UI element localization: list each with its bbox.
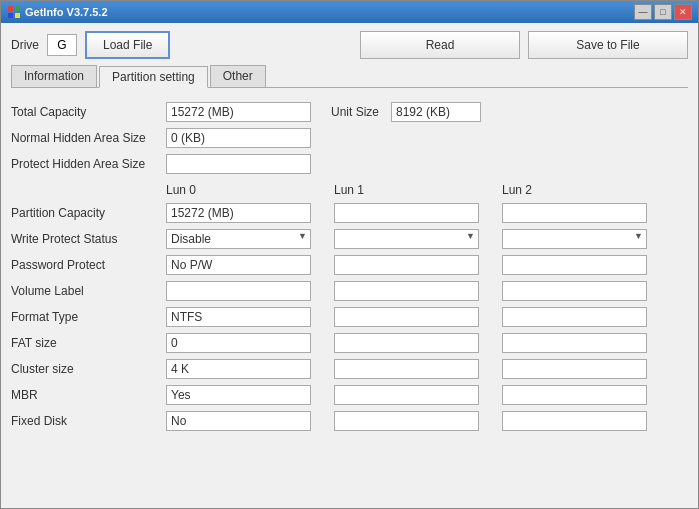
svg-rect-3 <box>15 13 20 18</box>
lun-area: Partition Capacity Write Protect Status … <box>11 180 688 434</box>
tab-partition-setting[interactable]: Partition setting <box>99 66 208 88</box>
lun1-format-type-input[interactable] <box>334 307 479 327</box>
svg-rect-2 <box>8 13 13 18</box>
lun0-partition-capacity <box>166 200 334 226</box>
save-to-file-button[interactable]: Save to File <box>528 31 688 59</box>
label-column: Partition Capacity Write Protect Status … <box>11 180 166 434</box>
lun2-column: Lun 2 Disable Enable ▼ <box>502 180 670 434</box>
lun0-fixed-disk <box>166 408 334 434</box>
lun0-partition-capacity-input[interactable] <box>166 203 311 223</box>
total-capacity-label: Total Capacity <box>11 105 166 119</box>
lun2-write-protect-select[interactable]: Disable Enable <box>502 229 647 249</box>
lun1-fixed-disk-input[interactable] <box>334 411 479 431</box>
maximize-button[interactable]: □ <box>654 4 672 20</box>
read-button[interactable]: Read <box>360 31 520 59</box>
lun0-fat-size <box>166 330 334 356</box>
lun2-cluster-size-input[interactable] <box>502 359 647 379</box>
window-title: GetInfo V3.7.5.2 <box>25 6 108 18</box>
label-fixed-disk: Fixed Disk <box>11 408 166 434</box>
svg-rect-0 <box>8 6 13 11</box>
lun2-header: Lun 2 <box>502 180 670 200</box>
normal-hidden-label: Normal Hidden Area Size <box>11 131 166 145</box>
lun0-fixed-disk-input[interactable] <box>166 411 311 431</box>
lun1-column: Lun 1 Disable Enable ▼ <box>334 180 502 434</box>
window-content: Drive G Load File Read Save to File Info… <box>1 23 698 508</box>
window-controls: — □ ✕ <box>634 4 692 20</box>
title-bar: GetInfo V3.7.5.2 — □ ✕ <box>1 1 698 23</box>
protect-hidden-row: Protect Hidden Area Size <box>11 154 688 174</box>
drive-label: Drive <box>11 38 39 52</box>
app-icon <box>7 5 21 19</box>
lun0-volume-label-input[interactable] <box>166 281 311 301</box>
lun2-fat-size-input[interactable] <box>502 333 647 353</box>
lun0-column: Lun 0 Disable Enable ▼ <box>166 180 334 434</box>
label-fat-size: FAT size <box>11 330 166 356</box>
toolbar: Drive G Load File Read Save to File <box>11 31 688 59</box>
tab-information[interactable]: Information <box>11 65 97 87</box>
normal-hidden-row: Normal Hidden Area Size <box>11 128 688 148</box>
lun1-write-protect: Disable Enable ▼ <box>334 226 502 252</box>
lun2-format-type-input[interactable] <box>502 307 647 327</box>
lun0-password-protect-input[interactable] <box>166 255 311 275</box>
lun0-cluster-size <box>166 356 334 382</box>
lun0-mbr <box>166 382 334 408</box>
lun1-password-protect-input[interactable] <box>334 255 479 275</box>
lun0-write-protect-select[interactable]: Disable Enable <box>166 229 311 249</box>
svg-rect-1 <box>15 6 20 11</box>
lun2-partition-capacity-input[interactable] <box>502 203 647 223</box>
normal-hidden-input[interactable] <box>166 128 311 148</box>
protect-hidden-input[interactable] <box>166 154 311 174</box>
lun0-format-type-input[interactable] <box>166 307 311 327</box>
partition-setting-content: Total Capacity Unit Size Normal Hidden A… <box>11 94 688 500</box>
main-window: GetInfo V3.7.5.2 — □ ✕ Drive G Load File… <box>0 0 699 509</box>
lun0-write-protect: Disable Enable ▼ <box>166 226 334 252</box>
lun0-header: Lun 0 <box>166 180 334 200</box>
lun1-mbr-input[interactable] <box>334 385 479 405</box>
drive-input[interactable]: G <box>47 34 77 56</box>
close-button[interactable]: ✕ <box>674 4 692 20</box>
lun0-volume-label <box>166 278 334 304</box>
label-format-type: Format Type <box>11 304 166 330</box>
lun0-password-protect <box>166 252 334 278</box>
total-capacity-row: Total Capacity Unit Size <box>11 102 688 122</box>
lun1-fat-size-input[interactable] <box>334 333 479 353</box>
label-partition-capacity: Partition Capacity <box>11 200 166 226</box>
lun1-header: Lun 1 <box>334 180 502 200</box>
lun0-mbr-input[interactable] <box>166 385 311 405</box>
lun0-fat-size-input[interactable] <box>166 333 311 353</box>
tab-bar: Information Partition setting Other <box>11 65 688 88</box>
lun2-password-protect-input[interactable] <box>502 255 647 275</box>
label-volume-label: Volume Label <box>11 278 166 304</box>
lun2-mbr-input[interactable] <box>502 385 647 405</box>
lun1-partition-capacity-input[interactable] <box>334 203 479 223</box>
label-cluster-size: Cluster size <box>11 356 166 382</box>
label-password-protect: Password Protect <box>11 252 166 278</box>
total-capacity-input[interactable] <box>166 102 311 122</box>
lun1-partition-capacity <box>334 200 502 226</box>
lun1-write-protect-select[interactable]: Disable Enable <box>334 229 479 249</box>
lun2-write-protect: Disable Enable ▼ <box>502 226 670 252</box>
lun2-volume-label-input[interactable] <box>502 281 647 301</box>
load-file-button[interactable]: Load File <box>85 31 170 59</box>
lun2-fixed-disk-input[interactable] <box>502 411 647 431</box>
lun0-format-type <box>166 304 334 330</box>
lun1-cluster-size-input[interactable] <box>334 359 479 379</box>
protect-hidden-label: Protect Hidden Area Size <box>11 157 166 171</box>
minimize-button[interactable]: — <box>634 4 652 20</box>
label-write-protect: Write Protect Status <box>11 226 166 252</box>
label-mbr: MBR <box>11 382 166 408</box>
lun1-volume-label-input[interactable] <box>334 281 479 301</box>
unit-size-label: Unit Size <box>311 105 391 119</box>
unit-size-input[interactable] <box>391 102 481 122</box>
lun0-cluster-size-input[interactable] <box>166 359 311 379</box>
tab-other[interactable]: Other <box>210 65 266 87</box>
